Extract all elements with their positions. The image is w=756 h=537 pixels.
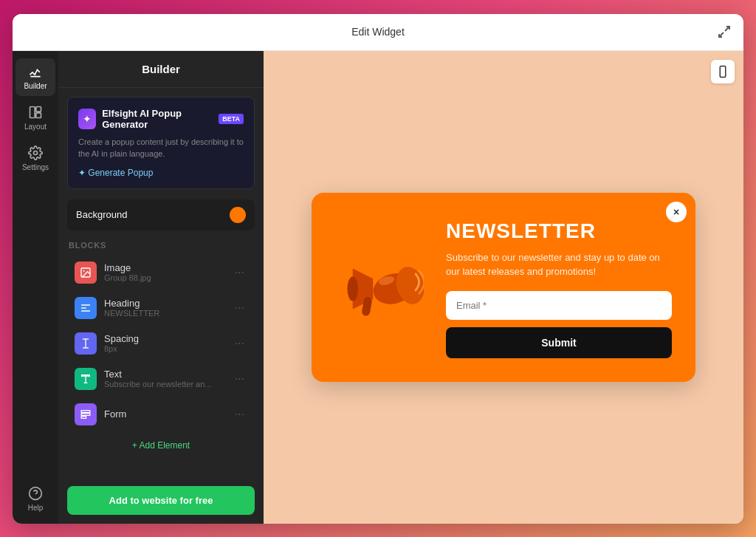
ai-icon: ✦	[78, 109, 96, 129]
top-bar: Edit Widget	[13, 14, 743, 51]
block-info-text: Text Subscribe our newsletter an...	[104, 369, 232, 389]
block-sub-spacing: 8px	[104, 344, 232, 353]
help-label: Help	[28, 504, 44, 512]
block-sub-heading: NEWSLETTER	[104, 309, 232, 318]
add-element-button[interactable]: + Add Element	[67, 433, 255, 458]
block-icon-spacing	[75, 332, 97, 355]
block-item-spacing[interactable]: Spacing 8px ···	[67, 326, 255, 360]
sidebar-builder-label: Builder	[24, 82, 47, 90]
sidebar-item-builder[interactable]: Builder	[16, 58, 55, 96]
block-name-spacing: Spacing	[104, 333, 232, 344]
block-item-text[interactable]: Text Subscribe our newsletter an... ···	[67, 362, 255, 396]
svg-point-6	[34, 151, 38, 154]
popup-submit-button[interactable]: Submit	[446, 327, 672, 358]
block-name-image: Image	[104, 262, 232, 273]
sidebar-item-help[interactable]: Help	[16, 480, 55, 518]
background-row[interactable]: Background	[67, 199, 255, 230]
popup-close-button[interactable]: ×	[666, 202, 687, 222]
device-toggle-button[interactable]	[711, 60, 735, 83]
add-website-button[interactable]: Add to website for free	[67, 486, 255, 515]
block-sub-image: Group 88.jpg	[104, 273, 232, 282]
popup-heading: NEWSLETTER	[446, 219, 672, 243]
ai-popup-description: Create a popup content just by describin…	[78, 136, 244, 160]
sidebar-item-layout[interactable]: Layout	[16, 99, 55, 137]
block-info-image: Image Group 88.jpg	[104, 262, 232, 282]
block-icon-image	[75, 261, 97, 284]
background-color-circle[interactable]	[230, 207, 246, 223]
block-more-image[interactable]: ···	[232, 266, 247, 279]
block-name-form: Form	[104, 408, 232, 420]
svg-line-1	[719, 33, 724, 37]
block-more-spacing[interactable]: ···	[232, 337, 247, 350]
popup-content: NEWSLETTER Subscribe to our newsletter a…	[446, 219, 672, 358]
svg-rect-17	[720, 66, 726, 77]
block-sub-text: Subscribe our newsletter an...	[104, 380, 232, 389]
svg-rect-3	[30, 106, 35, 117]
block-name-heading: Heading	[104, 298, 232, 309]
block-icon-text	[75, 368, 97, 390]
builder-title: Builder	[142, 63, 180, 75]
block-name-text: Text	[104, 369, 232, 380]
window-title: Edit Widget	[351, 26, 405, 38]
block-info-form: Form	[104, 408, 232, 420]
block-item-form[interactable]: Form ···	[67, 397, 255, 431]
svg-point-21	[347, 276, 358, 301]
svg-rect-16	[81, 416, 86, 418]
popup-email-input[interactable]	[446, 291, 672, 320]
block-more-text[interactable]: ···	[232, 372, 247, 386]
content-area: Builder Layout Settings	[13, 51, 743, 524]
generate-popup-button[interactable]: ✦ Generate Popup	[78, 168, 153, 178]
block-icon-form	[75, 403, 97, 425]
megaphone-image	[343, 248, 424, 329]
block-icon-heading	[75, 297, 97, 319]
preview-area: ×	[264, 51, 743, 524]
sidebar-settings-label: Settings	[22, 163, 49, 171]
builder-body: ✦ Elfsight AI Popup Generator BETA Creat…	[58, 88, 264, 486]
svg-point-10	[83, 270, 85, 271]
expand-button[interactable]	[717, 24, 732, 39]
svg-rect-15	[81, 413, 90, 415]
block-more-form[interactable]: ···	[232, 408, 247, 421]
background-label: Background	[76, 209, 127, 220]
beta-badge: BETA	[219, 114, 244, 124]
ai-popup-header: ✦ Elfsight AI Popup Generator BETA	[78, 108, 244, 130]
builder-panel: Builder ✦ Elfsight AI Popup Generator BE…	[58, 51, 264, 524]
builder-header: Builder	[58, 51, 264, 88]
block-item-image[interactable]: Image Group 88.jpg ···	[67, 256, 255, 290]
sidebar-icons: Builder Layout Settings	[13, 51, 58, 524]
svg-rect-14	[81, 410, 90, 412]
ai-popup-card: ✦ Elfsight AI Popup Generator BETA Creat…	[67, 97, 255, 189]
svg-line-0	[725, 27, 729, 31]
block-info-heading: Heading NEWSLETTER	[104, 298, 232, 318]
sidebar-layout-label: Layout	[24, 123, 47, 131]
block-more-heading[interactable]: ···	[232, 301, 247, 315]
block-info-spacing: Spacing 8px	[104, 333, 232, 353]
popup-subtext: Subscribe to our newsletter and stay up …	[446, 250, 672, 279]
svg-rect-5	[36, 112, 41, 117]
popup-widget: ×	[312, 193, 695, 382]
sidebar-item-settings[interactable]: Settings	[16, 140, 55, 177]
popup-image-area	[335, 248, 431, 329]
ai-popup-title: Elfsight AI Popup Generator	[102, 108, 213, 130]
block-item-heading[interactable]: Heading NEWSLETTER ···	[67, 291, 255, 325]
blocks-label: BLOCKS	[67, 241, 255, 250]
svg-rect-4	[36, 106, 41, 112]
main-window: Edit Widget Builder	[13, 14, 743, 524]
